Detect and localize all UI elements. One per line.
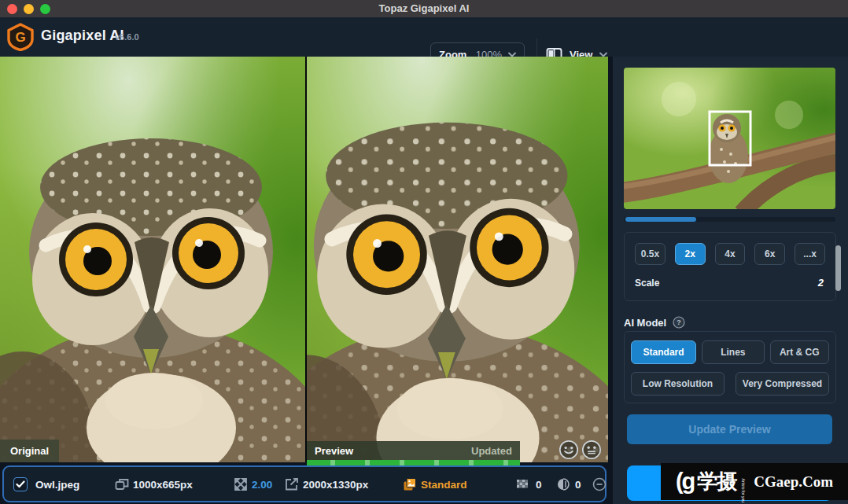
watermark-tagline: Artists for you (741, 479, 745, 485)
model-lines-button[interactable]: Lines (702, 340, 764, 364)
ai-model-section: Standard Lines Art & CG Low Resolution V… (624, 331, 836, 403)
file-checkbox[interactable] (13, 477, 28, 491)
help-icon[interactable]: ? (673, 316, 685, 329)
scale-option-05x[interactable]: 0.5x (635, 243, 665, 265)
blur-removal-icon (556, 477, 570, 491)
model-name: Standard (421, 478, 467, 490)
happy-face-feedback-button[interactable] (559, 440, 579, 460)
remove-file-button[interactable] (592, 477, 607, 491)
unhappy-face-feedback-button[interactable] (581, 440, 602, 460)
preview-badge: Preview (315, 445, 353, 457)
scale-section: 0.5x 2x 4x 6x ...x Scale 2 (624, 232, 836, 301)
navigation-thumbnail[interactable] (624, 68, 835, 209)
preview-image-pane[interactable] (307, 57, 608, 462)
preview-progress-strip (307, 460, 520, 465)
panel-scroll-indicator[interactable] (624, 217, 835, 222)
window-title: Topaz Gigapixel AI (0, 0, 848, 17)
noise-suppression-value: 0 (536, 478, 542, 490)
ai-model-badge-icon (403, 477, 417, 491)
watermark-cjk: 学摄 (697, 468, 736, 495)
original-image-pane[interactable] (0, 57, 305, 462)
noise-suppression-icon (515, 477, 529, 491)
model-very-compressed-button[interactable]: Very Compressed (736, 372, 829, 395)
app-header: G Gigapixel AI v5.6.0 Zoom 100% View (0, 17, 848, 57)
output-size-icon (285, 477, 299, 491)
scale-option-custom[interactable]: ...x (795, 243, 825, 265)
update-preview-button[interactable]: Update Preview (627, 414, 832, 444)
model-art-cg-button[interactable]: Art & CG (770, 340, 829, 364)
app-window: Topaz Gigapixel AI G Gigapixel AI v5.6.0… (0, 0, 848, 504)
gigapixel-logo-icon: G (6, 23, 35, 51)
scale-value: 2 (818, 277, 824, 289)
titlebar: Topaz Gigapixel AI (0, 0, 848, 17)
app-name: Gigapixel AI (41, 28, 124, 44)
image-viewer: Original Preview Updated (0, 57, 608, 462)
model-standard-button[interactable]: Standard (631, 340, 696, 364)
feedback-buttons (559, 440, 602, 460)
watermark: (g 学摄 Artists for you CGaep.Com (661, 463, 848, 500)
file-row[interactable]: Owl.jpeg 1000x665px 2.00 2000x1330px (2, 465, 607, 502)
watermark-mark: (g (676, 469, 694, 495)
preview-badge-bar: Preview Updated (307, 441, 520, 460)
scale-option-2x[interactable]: 2x (675, 243, 706, 265)
preview-owl-image (307, 57, 608, 462)
preview-status: Updated (471, 445, 512, 457)
model-low-resolution-button[interactable]: Low Resolution (631, 372, 724, 395)
scale-option-6x[interactable]: 6x (754, 243, 785, 265)
scale-options: 0.5x 2x 4x 6x ...x (635, 243, 825, 265)
input-size-icon (115, 477, 129, 491)
panel-scroll-indicator-fill (625, 217, 696, 222)
scale-factor: 2.00 (252, 478, 272, 490)
output-size: 2000x1330px (303, 478, 368, 490)
settings-panel: 0.5x 2x 4x 6x ...x Scale 2 AI Model ? St… (613, 57, 848, 504)
scale-option-4x[interactable]: 4x (715, 243, 746, 265)
thumbnail-owl-image (624, 68, 835, 209)
original-badge: Original (0, 440, 59, 462)
checkmark-icon (16, 480, 25, 488)
scale-factor-icon (234, 477, 248, 491)
scale-label: Scale (635, 278, 659, 289)
input-size: 1000x665px (133, 478, 193, 490)
panel-scrollbar[interactable] (835, 245, 841, 291)
original-owl-image (0, 57, 305, 462)
ai-model-label: AI Model (624, 317, 666, 329)
file-name: Owl.jpeg (35, 478, 79, 490)
svg-text:?: ? (677, 318, 681, 326)
watermark-site: CGaep.Com (754, 473, 833, 491)
svg-text:G: G (15, 30, 25, 45)
blur-removal-value: 0 (575, 478, 581, 490)
app-version: v5.6.0 (115, 32, 139, 42)
